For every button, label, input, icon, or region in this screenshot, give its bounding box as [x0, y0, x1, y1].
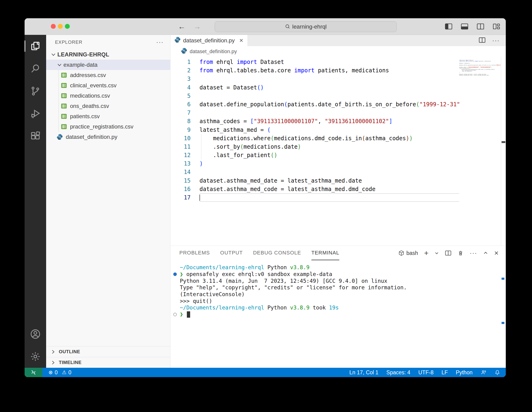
status-line-col[interactable]: Ln 17, Col 1 [349, 369, 378, 376]
more-actions-icon[interactable]: ··· [492, 37, 500, 44]
terminal[interactable]: ~/Documents/learning-ehrql Python v3.8.9… [171, 260, 506, 368]
breadcrumb-label: dataset_definition.py [190, 48, 237, 55]
source-control-icon[interactable] [25, 80, 46, 102]
toggle-secondary-sidebar-icon[interactable] [477, 23, 484, 30]
tree-file-practice-registrations-csv[interactable]: practice_registrations.csv [46, 122, 170, 132]
python-file-icon [174, 37, 181, 45]
code-line-4[interactable]: 4dataset = Dataset() [171, 83, 459, 92]
terminal-cursor [187, 311, 190, 318]
activity-bar [25, 35, 46, 368]
tree-folder-example-data[interactable]: example-data [46, 60, 170, 70]
status-eol[interactable]: LF [442, 369, 448, 376]
vscode-window: ← → learning-ehrql [25, 18, 506, 377]
split-editor-icon[interactable] [479, 37, 486, 44]
timeline-section[interactable]: TIMELINE [46, 357, 170, 368]
new-terminal-icon[interactable]: + [424, 249, 428, 257]
run-debug-icon[interactable] [25, 102, 46, 125]
navigate-forward-button[interactable]: → [193, 23, 201, 30]
terminal-profile-chevron-icon[interactable] [435, 251, 439, 255]
tree-item-label: practice_registrations.csv [70, 123, 133, 130]
feedback-icon[interactable] [481, 369, 487, 375]
navigate-back-button[interactable]: ← [178, 23, 185, 30]
terminal-shell-chip[interactable]: bash [398, 250, 418, 256]
python-file-icon [57, 134, 66, 140]
code-line-2[interactable]: 2from ehrql.tables.beta.core import pati… [171, 66, 459, 75]
code-line-17[interactable]: 17 [171, 193, 459, 202]
code-line-5[interactable]: 5 [171, 92, 459, 100]
tree-file-ons-deaths-csv[interactable]: ons_deaths.csv [46, 101, 170, 111]
tree-root-learning-ehrql[interactable]: LEARNING-EHRQL [46, 49, 170, 60]
code-line-content: .sort_by(medications.date) [200, 142, 459, 151]
tab-problems[interactable]: PROBLEMS [179, 246, 210, 260]
code-line-content [200, 75, 459, 83]
more-actions-icon[interactable]: ··· [470, 250, 477, 257]
code-line-8[interactable]: 8asthma_codes = ["39113311000001107", "3… [171, 117, 459, 125]
zoom-window-button[interactable] [65, 24, 70, 29]
code-line-12[interactable]: 12 .last_for_patient() [171, 151, 459, 159]
code-line-content: from ehrql import Dataset [200, 58, 459, 66]
explorer-icon[interactable] [25, 35, 46, 57]
code-line-13[interactable]: 13) [171, 159, 459, 168]
editor-tab-bar: dataset_definition.py × ··· [171, 35, 506, 46]
command-pending-decoration[interactable] [173, 313, 177, 316]
close-panel-icon[interactable] [494, 251, 499, 255]
code-line-15[interactable]: 15dataset.asthma_med_date = latest_asthm… [171, 177, 459, 185]
chevron-right-icon [51, 360, 56, 365]
close-tab-icon[interactable]: × [239, 37, 243, 44]
command-success-decoration[interactable] [173, 272, 177, 276]
code-line-11[interactable]: 11 .sort_by(medications.date) [171, 142, 459, 151]
code-line-16[interactable]: 16dataset.asthma_med_code = latest_asthm… [171, 185, 459, 193]
command-center-title: learning-ehrql [292, 23, 327, 30]
status-indentation[interactable]: Spaces: 4 [386, 369, 410, 376]
command-center-search[interactable]: learning-ehrql [215, 21, 397, 32]
minimize-window-button[interactable] [58, 24, 63, 29]
extensions-icon[interactable] [25, 125, 46, 147]
tree-file-dataset-definition-py[interactable]: dataset_definition.py [46, 132, 170, 142]
tab-terminal[interactable]: TERMINAL [311, 246, 339, 260]
tab-debug-console[interactable]: DEBUG CONSOLE [253, 246, 301, 260]
overview-ruler[interactable] [501, 57, 506, 245]
code-line-3[interactable]: 3 [171, 75, 459, 83]
code-line-content [200, 168, 459, 176]
close-window-button[interactable] [51, 24, 56, 29]
tab-dataset-definition-py[interactable]: dataset_definition.py × [171, 35, 248, 46]
account-icon[interactable] [25, 323, 46, 345]
search-icon[interactable] [25, 57, 46, 80]
code-line-1[interactable]: 1from ehrql import Dataset [171, 58, 459, 66]
tree-file-medications-csv[interactable]: medications.csv [46, 91, 170, 101]
tab-output[interactable]: OUTPUT [220, 246, 243, 260]
code-line-6[interactable]: 6dataset.define_population(patients.date… [171, 100, 459, 109]
settings-gear-icon[interactable] [25, 345, 46, 368]
code-line-content: dataset = Dataset() [200, 83, 459, 92]
outline-section[interactable]: OUTLINE [46, 346, 170, 357]
customize-layout-icon[interactable] [493, 23, 500, 30]
tree-item-label: dataset_definition.py [66, 134, 117, 140]
kill-terminal-icon[interactable] [457, 250, 464, 256]
status-language[interactable]: Python [456, 369, 473, 376]
code-line-content: from ehrql.tables.beta.core import patie… [200, 66, 459, 75]
problems-status[interactable]: ⊗ 0 ⚠ 0 [48, 369, 71, 376]
code-line-10[interactable]: 10 medications.where(medications.dmd_cod… [171, 134, 459, 142]
tree-file-clinical-events-csv[interactable]: clinical_events.csv [46, 80, 170, 91]
bell-icon[interactable] [494, 370, 500, 375]
tree-file-addresses-csv[interactable]: addresses.csv [46, 70, 170, 80]
csv-file-icon [61, 103, 70, 109]
status-encoding[interactable]: UTF-8 [418, 369, 433, 376]
code-line-9[interactable]: 9latest_asthma_med = ( [171, 126, 459, 134]
maximize-panel-icon[interactable] [483, 251, 488, 255]
chevron-right-icon [51, 349, 56, 354]
split-terminal-icon[interactable] [445, 250, 451, 256]
code-line-7[interactable]: 7 [171, 109, 459, 117]
line-number: 6 [171, 100, 190, 109]
explorer-more-actions-icon[interactable]: ··· [156, 39, 164, 46]
status-bar: ⊗ 0 ⚠ 0 Ln 17, Col 1 Spaces: 4 UTF-8 LF … [25, 368, 506, 377]
terminal-line-1: ~/Documents/learning-ehrql Python v3.8.9 [171, 264, 506, 271]
minimap[interactable]: from ehrql import Datasetfrom ehrql.tabl… [459, 57, 501, 245]
breadcrumb[interactable]: dataset_definition.py [171, 46, 506, 57]
toggle-primary-sidebar-icon[interactable] [445, 23, 452, 30]
remote-indicator[interactable] [25, 368, 42, 377]
tree-file-patients-csv[interactable]: patients.csv [46, 111, 170, 122]
toggle-panel-icon[interactable] [461, 23, 468, 30]
code-line-14[interactable]: 14 [171, 168, 459, 176]
code-editor[interactable]: 1from ehrql import Dataset2from ehrql.ta… [171, 57, 506, 245]
